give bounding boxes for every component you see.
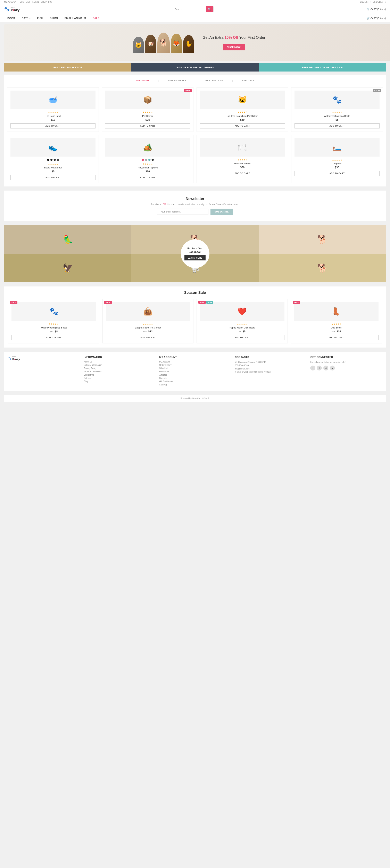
nav-cats[interactable]: CATS ▾ — [18, 14, 34, 22]
product-image: ❤️ — [200, 302, 284, 321]
nav-sale[interactable]: SALE — [89, 14, 103, 22]
nav-small-animals[interactable]: SMALL ANIMALS — [61, 14, 89, 22]
footer-delivery[interactable]: Delivery Information — [84, 364, 155, 366]
new-badge: NEW! — [184, 89, 191, 92]
swatch[interactable] — [148, 159, 151, 161]
product-name: Boots Waterproof — [10, 166, 95, 169]
tab-bestsellers[interactable]: BESTSELLERS — [202, 78, 226, 84]
twitter-icon[interactable]: t — [317, 366, 322, 370]
price-old: $45 — [143, 331, 147, 333]
footer-terms[interactable]: Terms & Conditions — [84, 370, 155, 373]
swatch[interactable] — [145, 159, 147, 161]
footer-contacts: CONTACTS My Company Glasgow D04 89GR 800… — [235, 356, 306, 387]
footer-account-link[interactable]: My Account — [159, 361, 231, 363]
add-to-cart-feeder[interactable]: ADD TO CART — [200, 171, 285, 176]
footer-specials-link[interactable]: Specials — [159, 377, 231, 379]
footer-affiliates-link[interactable]: Affiliates — [159, 374, 231, 376]
footer-about[interactable]: About Us — [84, 361, 155, 363]
footer-blog[interactable]: Blog — [84, 380, 155, 382]
price-current: $16 — [336, 330, 341, 333]
search-button[interactable]: 🔍 — [206, 6, 213, 12]
nav-birds[interactable]: BIRDS — [47, 14, 61, 22]
swatch[interactable] — [54, 159, 56, 161]
powered-by-text: Powered By OpenCart. © 2016. — [181, 397, 209, 400]
cart-icon: 🛒 — [367, 8, 369, 10]
footer-sitemap-link[interactable]: Site Map — [159, 383, 231, 386]
footer-logo-icon: 🐾 — [8, 357, 11, 360]
facebook-icon[interactable]: f — [310, 366, 315, 370]
footer-hours: 7 Days a week from 9:00 am to 7:00 pm — [235, 370, 306, 374]
price-current: $5 — [242, 330, 245, 333]
feature-signup[interactable]: SIGN UP FOR SPECIAL OFFERS — [131, 63, 259, 71]
product-stars: ★★★★☆ — [200, 111, 285, 114]
add-to-cart-dog-boots1[interactable]: ADD TO CART — [295, 123, 380, 128]
product-name: Dog Boots — [294, 327, 379, 329]
lookbook-learn-more-button[interactable]: LEARN MORE — [184, 255, 205, 260]
wish-list-link[interactable]: WISH LIST — [20, 1, 30, 3]
swatch[interactable] — [57, 159, 59, 161]
product-price: $18 $16 — [294, 330, 379, 333]
add-to-cart-dog-bed[interactable]: ADD TO CART — [295, 171, 380, 176]
logo[interactable]: 🐾 miss Pinky — [4, 6, 20, 12]
header-cart[interactable]: 🛒 CART (0 items) — [367, 8, 386, 10]
footer-newsletter-link[interactable]: Newsletter — [159, 370, 231, 373]
youtube-icon[interactable]: ▶ — [330, 366, 335, 370]
add-to-cart-sale-jacket[interactable]: ADD TO CART — [200, 335, 284, 340]
sale-badge-container: SALE — [10, 301, 18, 304]
footer-wishlist-link[interactable]: Wish List — [159, 367, 231, 369]
lookbook-overlay: Explore Our Lookbook LEARN MORE — [181, 239, 209, 268]
currency-selector[interactable]: US DOLLAR ▾ — [373, 1, 386, 3]
swatch[interactable] — [142, 159, 144, 161]
season-sale-section: Season Sale SALE 🐾 ★★★★☆ Water Proofing … — [4, 286, 386, 347]
tab-new-arrivals[interactable]: NEW ARRIVALS — [165, 78, 189, 84]
login-link[interactable]: LOGIN — [32, 1, 39, 3]
swatch[interactable] — [151, 159, 154, 161]
newsletter-subscribe-button[interactable]: SUBSCRIBE — [210, 209, 233, 215]
add-to-cart-boots[interactable]: ADD TO CART — [10, 175, 95, 180]
product-cat-tree: 🐱 ★★★★☆ Cat Tree Scratching Post Kitten … — [197, 87, 288, 132]
tab-featured[interactable]: FEATURED — [133, 78, 152, 84]
lookbook-animal-6: 🐕 — [259, 254, 386, 282]
footer-orders-link[interactable]: Order History — [159, 364, 231, 366]
new-badge: NEW — [206, 301, 213, 304]
product-image: 👢 — [294, 302, 379, 321]
product-name: The Bone Bowl — [10, 115, 95, 117]
season-sale-products: SALE 🐾 ★★★★☆ Water Proofing Dog Boots $1… — [8, 299, 382, 343]
nav-cart-display[interactable]: 🛒 CART (0 items) — [367, 14, 386, 22]
footer-phone: 800-2346-6789 — [235, 364, 306, 367]
tab-specials[interactable]: SPECIALS — [239, 78, 257, 84]
language-selector[interactable]: ENGLISH ▾ — [360, 1, 371, 3]
shopping-link[interactable]: SHOPPING — [41, 1, 52, 3]
add-to-cart-sale-carrier[interactable]: ADD TO CART — [106, 335, 190, 340]
swatch[interactable] — [47, 159, 50, 161]
add-to-cart-playpen[interactable]: ADD TO CART — [105, 175, 190, 180]
my-account-link[interactable]: MY ACCOUNT — [4, 1, 18, 3]
add-to-cart-cat-tree[interactable]: ADD TO CART — [200, 123, 285, 128]
footer-returns[interactable]: Returns — [84, 377, 155, 379]
product-stars: ★★★★☆ — [200, 159, 285, 161]
nav-fish[interactable]: FISH — [34, 14, 46, 22]
product-image: 🛏️ — [295, 138, 380, 157]
google-plus-icon[interactable]: g+ — [323, 366, 328, 370]
newsletter-email-input[interactable] — [157, 209, 208, 215]
footer-logo[interactable]: 🐾 miss Pinky — [8, 356, 80, 361]
swatch[interactable] — [50, 159, 53, 161]
add-to-cart-sale-boots2[interactable]: ADD TO CART — [294, 335, 379, 340]
banner-text1: Get An Extra — [203, 35, 224, 39]
lookbook-animal-4: 🦅 — [4, 254, 131, 282]
shop-now-button[interactable]: SHOP NOW! — [223, 44, 245, 51]
footer-gift-link[interactable]: Gift Certificates — [159, 380, 231, 382]
search-input[interactable] — [173, 6, 206, 12]
add-to-cart-sale-dog-boots[interactable]: ADD TO CART — [11, 335, 96, 340]
add-to-cart-bone-bowl[interactable]: ADD TO CART — [10, 123, 95, 128]
footer-information-title: INFORMATION — [84, 356, 155, 359]
add-to-cart-pet-carrier[interactable]: ADD TO CART — [105, 123, 190, 128]
product-bone-bowl: 🥣 ★★★★★ The Bone Bowl $18 ADD TO CART — [7, 87, 99, 132]
product-stars: ★★★★☆ — [106, 323, 190, 326]
footer-privacy[interactable]: Privacy Policy — [84, 367, 155, 369]
product-feeder: 🍽️ ★★★★☆ Meal Pet Feeder $50 ADD TO CART — [197, 135, 288, 183]
main-nav: DOGS CATS ▾ FISH BIRDS SMALL ANIMALS SAL… — [0, 14, 390, 22]
footer-contact[interactable]: Contact Us — [84, 374, 155, 376]
sale-badge-container: SALE — [104, 301, 112, 304]
nav-dogs[interactable]: DOGS — [4, 14, 18, 22]
